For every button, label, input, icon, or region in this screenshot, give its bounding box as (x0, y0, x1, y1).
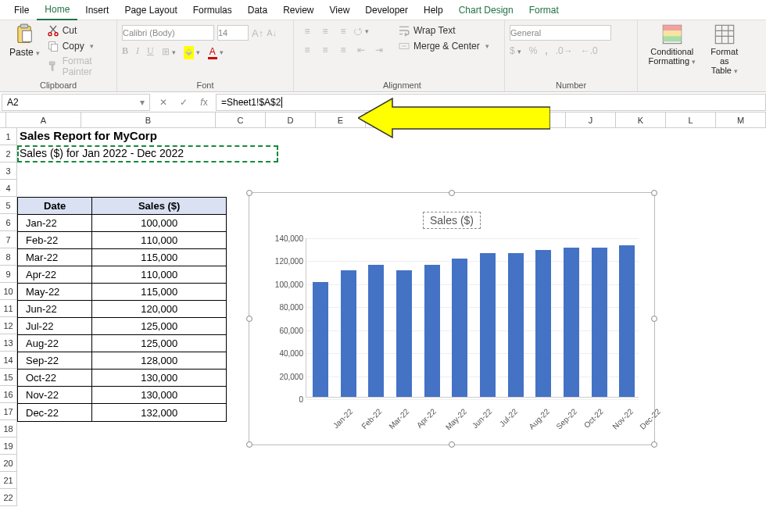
menu-data[interactable]: Data (240, 0, 275, 20)
underline-button[interactable]: U (147, 45, 154, 57)
format-painter-button[interactable]: Format Painter (45, 55, 109, 78)
table-row[interactable]: Oct-22130,000 (18, 370, 226, 387)
decrease-indent-button[interactable]: ⇤ (353, 42, 370, 58)
col-header-J[interactable]: J (566, 112, 616, 127)
align-right-button[interactable]: ≡ (335, 42, 352, 58)
menu-developer[interactable]: Developer (357, 0, 416, 20)
increase-indent-button[interactable]: ⇥ (370, 42, 388, 58)
bold-button[interactable]: B (122, 45, 128, 57)
chart-title[interactable]: Sales ($) (423, 212, 481, 229)
table-row[interactable]: Jan-22100,000 (18, 215, 226, 232)
chart-bar[interactable] (396, 270, 412, 397)
resize-handle[interactable] (449, 190, 455, 196)
merge-center-button[interactable]: Merge & Center (396, 39, 492, 53)
resize-handle[interactable] (246, 316, 252, 322)
chart-object[interactable]: Sales ($) 020,00040,00060,00080,000100,0… (249, 192, 655, 445)
borders-button[interactable]: ⊞ (162, 46, 176, 57)
format-as-table-button[interactable]: Format as Table (702, 23, 747, 76)
row-header-18[interactable]: 18 (0, 420, 17, 437)
resize-handle[interactable] (651, 316, 657, 322)
row-header-14[interactable]: 14 (0, 352, 17, 369)
italic-button[interactable]: I (136, 45, 139, 57)
table-row[interactable]: May-22115,000 (18, 284, 226, 301)
font-color-button[interactable]: A (208, 46, 224, 57)
col-header-D[interactable]: D (266, 112, 316, 127)
align-left-button[interactable]: ≡ (299, 42, 316, 58)
chart-bar[interactable] (341, 270, 356, 397)
copy-button[interactable]: Copy (45, 39, 109, 53)
row-header-17[interactable]: 17 (0, 403, 17, 420)
orientation-button[interactable]: ⭯ (353, 23, 370, 39)
col-header-F[interactable]: F (366, 112, 416, 127)
row-header-20[interactable]: 20 (0, 455, 17, 472)
chart-bar[interactable] (592, 248, 607, 397)
table-row[interactable]: Dec-22132,000 (18, 404, 226, 421)
select-all-corner[interactable] (0, 112, 6, 127)
menu-page-layout[interactable]: Page Layout (116, 0, 184, 20)
row-header-1[interactable]: 1 (0, 128, 17, 145)
menu-chart-design[interactable]: Chart Design (451, 0, 521, 20)
cancel-formula-button[interactable]: ✕ (156, 97, 170, 108)
row-header-16[interactable]: 16 (0, 386, 17, 403)
align-bottom-button[interactable]: ≡ (335, 23, 352, 39)
conditional-formatting-button[interactable]: Conditional Formatting (643, 23, 702, 66)
resize-handle[interactable] (246, 441, 252, 448)
row-header-8[interactable]: 8 (0, 248, 17, 266)
resize-handle[interactable] (651, 190, 657, 196)
col-header-C[interactable]: C (216, 112, 266, 127)
cut-button[interactable]: Cut (45, 23, 109, 37)
formula-bar[interactable]: =Sheet1!$A$2 (216, 94, 766, 111)
row-header-11[interactable]: 11 (0, 300, 17, 317)
fill-color-button[interactable]: ⬙ (184, 46, 200, 57)
align-center-button[interactable]: ≡ (317, 42, 334, 58)
menu-review[interactable]: Review (275, 0, 321, 20)
chart-bar[interactable] (619, 245, 635, 397)
percent-button[interactable]: % (529, 45, 538, 56)
chart-bar[interactable] (508, 253, 524, 397)
font-size-select[interactable] (217, 25, 249, 41)
comma-button[interactable]: , (545, 45, 547, 56)
menu-format[interactable]: Format (521, 0, 567, 20)
table-row[interactable]: Sep-22128,000 (18, 352, 226, 370)
resize-handle[interactable] (246, 190, 252, 196)
col-header-G[interactable]: G (416, 112, 466, 127)
row-header-12[interactable]: 12 (0, 317, 17, 334)
font-family-select[interactable] (122, 25, 214, 41)
chart-bar[interactable] (368, 265, 384, 397)
chart-bar[interactable] (424, 265, 440, 397)
fx-button[interactable]: fx (197, 97, 211, 108)
row-header-4[interactable]: 4 (0, 180, 17, 197)
col-header-K[interactable]: K (616, 112, 666, 127)
table-row[interactable]: Apr-22110,000 (18, 266, 226, 284)
table-row[interactable]: Jul-22125,000 (18, 318, 226, 335)
increase-decimal-button[interactable]: .0→ (556, 45, 573, 56)
menu-insert[interactable]: Insert (77, 0, 116, 20)
align-top-button[interactable]: ≡ (299, 23, 316, 39)
table-row[interactable]: Mar-22115,000 (18, 249, 226, 266)
menu-home[interactable]: Home (37, 0, 77, 20)
data-table[interactable]: Date Sales ($) Jan-22100,000Feb-22110,00… (17, 197, 227, 422)
row-header-5[interactable]: 5 (0, 197, 17, 214)
chart-bar[interactable] (564, 248, 579, 397)
menu-view[interactable]: View (322, 0, 358, 20)
menu-help[interactable]: Help (416, 0, 451, 20)
row-header-9[interactable]: 9 (0, 266, 17, 283)
decrease-font-button[interactable]: A↓ (267, 28, 277, 37)
chart-bar[interactable] (480, 253, 496, 397)
cell-subtitle[interactable]: Sales ($) for Jan 2022 - Dec 2022 (20, 147, 184, 159)
col-header-A[interactable]: A (6, 112, 81, 127)
table-row[interactable]: Nov-22130,000 (18, 387, 226, 404)
enter-formula-button[interactable]: ✓ (177, 97, 191, 108)
name-box[interactable]: A2 ▾ (2, 94, 150, 111)
number-format-select[interactable] (510, 25, 611, 41)
paste-button[interactable]: Paste (5, 23, 45, 58)
row-header-21[interactable]: 21 (0, 472, 17, 489)
menu-file[interactable]: File (6, 0, 37, 20)
row-header-3[interactable]: 3 (0, 162, 17, 180)
row-header-10[interactable]: 10 (0, 283, 17, 300)
row-header-19[interactable]: 19 (0, 437, 17, 455)
col-header-I[interactable]: I (516, 112, 566, 127)
col-header-H[interactable]: H (466, 112, 516, 127)
wrap-text-button[interactable]: Wrap Text (396, 23, 492, 37)
row-header-7[interactable]: 7 (0, 231, 17, 248)
